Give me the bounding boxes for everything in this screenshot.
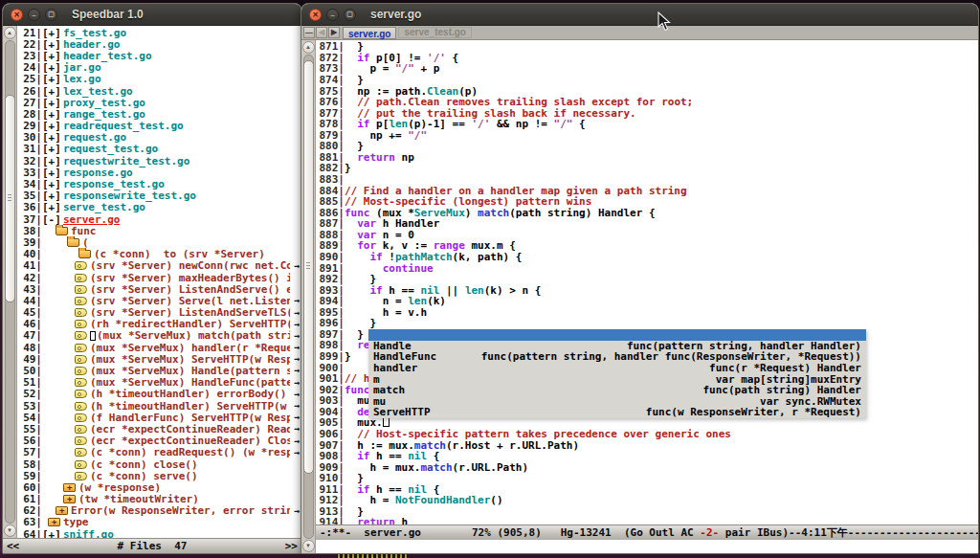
speedbar-item-label[interactable]: (c *conn) to (srv *Server) (94, 248, 265, 260)
hide-tabbar-icon[interactable]: — (303, 27, 315, 38)
speedbar-item-label[interactable]: (srv *Server) ListenAndServe() error (90, 283, 290, 296)
code-line[interactable]: 891| continue (316, 262, 978, 274)
maximize-button[interactable] (344, 9, 356, 21)
code-line[interactable]: 876| // path.Clean removes trailing slas… (316, 97, 978, 108)
speedbar-item-label[interactable]: (rh *redirectHandler) ServeHTTP(w Res (90, 318, 290, 330)
speedbar-item-label[interactable]: (srv *Server) maxHeaderBytes() int (90, 272, 290, 284)
tab-server-go[interactable]: server.go (343, 27, 396, 39)
speedbar-row[interactable]: 45|(srv *Server) ListenAndServeTLS(certF… (17, 307, 301, 319)
speedbar-item-label[interactable]: ( (82, 236, 89, 249)
close-button[interactable] (11, 9, 23, 21)
expand-expander-control[interactable]: [+] (42, 108, 61, 121)
code-line[interactable]: 885|// Most-specific (longest) pattern w… (316, 196, 978, 208)
speedbar-row[interactable]: 21|[+]fs_test.go (17, 27, 301, 38)
speedbar-row[interactable]: 50|(mux *ServeMux) Handle(pattern string… (17, 365, 301, 376)
speedbar-row[interactable]: 62|Error(w ResponseWriter, error string,… (17, 505, 301, 517)
expand-expander-control[interactable]: [+] (42, 38, 61, 51)
speedbar-item-label[interactable]: (h *timeoutHandler) ServeHTTP(w Respo (90, 400, 290, 413)
speedbar-row[interactable]: 54|(f HandlerFunc) ServeHTTP(w ResponseW… (17, 412, 301, 423)
speedbar-item-label[interactable]: (c *conn) close() (90, 458, 198, 471)
completion-item[interactable]: muvar sync.RWMutex (368, 396, 866, 408)
code-line[interactable]: 873| p = "/" + p (316, 63, 978, 75)
speedbar-row[interactable]: 56|(ecr *expectContinueReader) Close() e… (17, 435, 301, 447)
code-line[interactable]: 874| } (316, 75, 978, 86)
minimize-button[interactable] (28, 9, 40, 21)
expand-expander-control[interactable]: [+] (42, 85, 61, 98)
speedbar-item-label[interactable]: (ecr *expectContinueReader) Close() e (90, 435, 290, 447)
speedbar-row[interactable]: 58|(c *conn) close() (17, 458, 301, 470)
speedbar-item-label[interactable]: (mux *ServeMux) match(path string) Ha (97, 329, 290, 342)
speedbar-item-label[interactable]: fs_test.go (63, 27, 126, 39)
close-button[interactable] (309, 9, 322, 21)
speedbar-item-label[interactable]: (w *response) (78, 481, 161, 494)
code-line[interactable]: 913| } (316, 506, 978, 518)
speedbar-item-label[interactable]: sniff.go (63, 528, 114, 538)
expand-expander-control[interactable]: [+] (42, 73, 61, 85)
speedbar-item-label[interactable]: request_test.go (63, 143, 158, 155)
speedbar-item-label[interactable]: (mux *ServeMux) handler(r *Request) H (90, 342, 290, 354)
scrollbar-down-icon[interactable] (4, 525, 16, 537)
speedbar-row[interactable]: 36|[+]serve_test.go (17, 202, 301, 213)
completion-selected-row[interactable] (368, 329, 866, 341)
code-line[interactable]: 908| if h == nil { (316, 451, 978, 462)
speedbar-item-label[interactable]: (srv *Server) ListenAndServeTLS(certF (90, 306, 290, 319)
speedbar-item-label[interactable]: Error(w ResponseWriter, error string, c (71, 504, 290, 517)
speedbar-row[interactable]: 47|(mux *ServeMux) match(path string) Ha… (17, 330, 301, 342)
speedbar-row[interactable]: 27|[+]proxy_test.go (17, 97, 301, 108)
code-line[interactable]: 890| if !pathMatch(k, path) { (316, 252, 978, 263)
minimize-button[interactable] (326, 9, 339, 21)
code-line[interactable]: 882|} (316, 163, 978, 174)
speedbar-item-label[interactable]: func (71, 225, 97, 237)
speedbar-item-label[interactable]: (srv *Server) newConn(rwc net.Conn) ( (90, 259, 290, 272)
completion-item[interactable]: mvar map[string]muxEntry (368, 373, 866, 385)
expand-expander-control[interactable]: [+] (42, 155, 61, 167)
speedbar-item-label[interactable]: type (63, 516, 89, 528)
speedbar-item-label[interactable]: (tw *timeoutWriter) (78, 493, 199, 505)
code-line[interactable]: 881| return np (316, 152, 978, 164)
speedbar-item-label[interactable]: responsewrite_test.go (63, 190, 196, 202)
speedbar-row[interactable]: 35|[+]responsewrite_test.go (17, 190, 301, 202)
code-line[interactable]: 895| h = v.h (316, 307, 978, 319)
code-line[interactable]: 906| // Host-specific pattern takes prec… (316, 429, 978, 440)
code-line[interactable]: 888| var n = 0 (316, 230, 978, 241)
code-line[interactable]: 889| for k, v := range mux.m { (316, 240, 978, 252)
speedbar-row[interactable]: 22|[+]header.go (17, 38, 301, 50)
code-line[interactable]: 894| n = len(k) (316, 296, 978, 307)
code-line[interactable]: 880| } (316, 141, 978, 152)
code-area[interactable]: 871| }872| if p[0] != '/' {873| p = "/" … (316, 40, 978, 525)
expand-expander-control[interactable]: [+] (42, 131, 61, 144)
code-line[interactable]: 905| mux. (316, 417, 978, 429)
expand-expander-control[interactable]: [+] (42, 201, 61, 213)
expand-expander-control[interactable]: [+] (42, 61, 61, 74)
speedbar-row[interactable]: 26|[+]lex_test.go (17, 85, 301, 97)
code-line[interactable]: 883| (316, 174, 978, 186)
speedbar-item-label[interactable]: (c *conn) readRequest() (w *response, (90, 446, 290, 458)
expand-expander-control[interactable]: [+] (42, 27, 61, 39)
scrollbar-thumb[interactable] (303, 60, 314, 474)
speedbar-scroll-right-button[interactable]: >> (285, 540, 298, 552)
code-line[interactable]: 907| h := mux.match(r.Host + r.URL.Path) (316, 439, 978, 451)
completion-item[interactable]: HandleFuncfunc(pattern string, handler f… (368, 351, 866, 363)
speedbar-item-label[interactable]: readrequest_test.go (63, 120, 184, 132)
speedbar-row[interactable]: 55|(ecr *expectContinueReader) Read(p []… (17, 423, 301, 435)
speedbar-row[interactable]: 59|(c *conn) serve() (17, 470, 301, 481)
code-line[interactable]: 892| } (316, 274, 978, 285)
code-line[interactable]: 909| h = mux.match(r.URL.Path) (316, 461, 978, 473)
speedbar-row[interactable]: 60|(w *response) (17, 481, 301, 493)
speedbar-row[interactable]: 28|[+]range_test.go (17, 108, 301, 120)
speedbar-item-label[interactable]: (h *timeoutHandler) errorBody() strin (90, 388, 290, 400)
code-line[interactable]: 896| } (316, 318, 978, 329)
speedbar-row[interactable]: 34|[+]response_test.go (17, 178, 301, 190)
code-line[interactable]: 872| if p[0] != '/' { (316, 53, 978, 64)
completion-item[interactable]: ServeHTTPfunc(w ResponseWriter, r *Reque… (368, 407, 866, 418)
speedbar-row[interactable]: 61|(tw *timeoutWriter) (17, 494, 301, 505)
completion-item[interactable]: handlerfunc(r *Request) Handler (368, 363, 866, 374)
speedbar-row[interactable]: 39|( (17, 236, 301, 248)
code-line[interactable]: 878| if p[len(p)-1] == '/' && np != "/" … (316, 119, 978, 130)
speedbar-item-label[interactable]: (mux *ServeMux) ServeHTTP(w ResponseW (90, 353, 290, 366)
speedbar-row[interactable]: 32|[+]requestwrite_test.go (17, 155, 301, 167)
speedbar-row[interactable]: 53|(h *timeoutHandler) ServeHTTP(w Respo… (17, 400, 301, 412)
code-line[interactable]: 871| } (316, 41, 978, 53)
code-line[interactable]: 875| np := path.Clean(p) (316, 85, 978, 97)
expand-expander-control[interactable]: [+] (42, 50, 61, 62)
